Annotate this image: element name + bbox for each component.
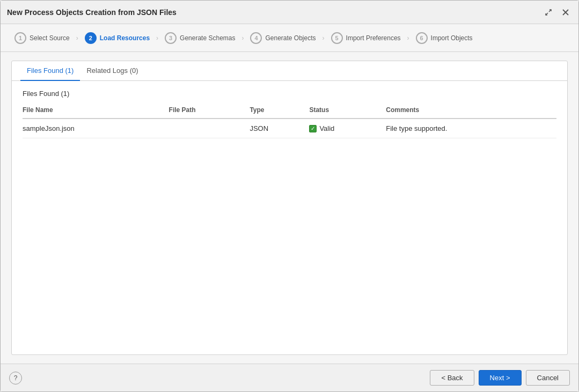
footer-right: < Back Next > Cancel [430, 370, 570, 386]
sep-4: › [321, 34, 326, 42]
help-icon: ? [14, 374, 18, 382]
maximize-button[interactable] [542, 6, 555, 19]
step-3-circle: 3 [165, 32, 177, 44]
table-row: sampleJson.json JSON ✓ Valid File type s… [23, 119, 556, 138]
tab-files-found[interactable]: Files Found (1) [20, 61, 80, 81]
cell-filename: sampleJson.json [23, 119, 169, 138]
close-button[interactable] [559, 6, 572, 19]
step-5: 5 Import Preferences [326, 32, 406, 44]
panel-content: Files Found (1) File Name File Path Type… [12, 81, 567, 354]
valid-checkmark-icon: ✓ [309, 125, 317, 132]
title-actions [542, 6, 572, 19]
steps-bar: 1 Select Source › 2 Load Resources › 3 G… [1, 24, 578, 52]
col-header-status: Status [309, 103, 386, 119]
step-5-circle: 5 [331, 32, 343, 44]
files-table: File Name File Path Type Status Comments… [23, 103, 556, 138]
cell-filepath [169, 119, 250, 138]
main-panel: Files Found (1) Related Logs (0) Files F… [11, 61, 568, 355]
step-5-label: Import Preferences [346, 34, 401, 42]
next-button[interactable]: Next > [479, 370, 522, 386]
dialog-window: New Process Objects Creation from JSON F… [0, 0, 579, 392]
sep-5: › [406, 34, 411, 42]
footer-left: ? [9, 372, 22, 384]
status-text: Valid [319, 124, 334, 132]
sep-2: › [155, 34, 159, 42]
content-area: Files Found (1) Related Logs (0) Files F… [1, 52, 578, 364]
help-button[interactable]: ? [9, 372, 22, 384]
step-3-label: Generate Schemas [180, 34, 235, 42]
footer: ? < Back Next > Cancel [1, 364, 578, 391]
col-header-filename: File Name [23, 103, 169, 119]
step-4-circle: 4 [250, 32, 262, 44]
files-heading: Files Found (1) [23, 90, 556, 98]
tab-bar: Files Found (1) Related Logs (0) [12, 61, 567, 81]
sep-1: › [75, 34, 79, 42]
dialog-title: New Process Objects Creation from JSON F… [7, 8, 177, 17]
status-valid-indicator: ✓ Valid [309, 124, 382, 132]
step-4: 4 Generate Objects [245, 32, 321, 44]
step-6-circle: 6 [416, 32, 428, 44]
tab-related-logs[interactable]: Related Logs (0) [80, 61, 144, 81]
table-header-row: File Name File Path Type Status Comments [23, 103, 556, 119]
step-4-label: Generate Objects [265, 34, 316, 42]
step-1-circle: 1 [14, 32, 26, 44]
cell-status: ✓ Valid [309, 119, 386, 138]
sep-3: › [240, 34, 245, 42]
title-bar: New Process Objects Creation from JSON F… [1, 1, 578, 24]
col-header-type: Type [250, 103, 309, 119]
step-3: 3 Generate Schemas [159, 32, 240, 44]
step-1-label: Select Source [30, 34, 70, 42]
col-header-comments: Comments [386, 103, 556, 119]
step-1: 1 Select Source [9, 32, 75, 44]
cancel-button[interactable]: Cancel [526, 370, 570, 386]
step-2-label: Load Resources [100, 34, 150, 42]
cell-type: JSON [250, 119, 309, 138]
cell-comments: File type supported. [386, 119, 556, 138]
step-6-label: Import Objects [431, 34, 473, 42]
step-6: 6 Import Objects [411, 32, 478, 44]
back-button[interactable]: < Back [430, 370, 474, 386]
col-header-filepath: File Path [169, 103, 250, 119]
step-2: 2 Load Resources [79, 32, 155, 44]
step-2-circle: 2 [85, 32, 97, 44]
